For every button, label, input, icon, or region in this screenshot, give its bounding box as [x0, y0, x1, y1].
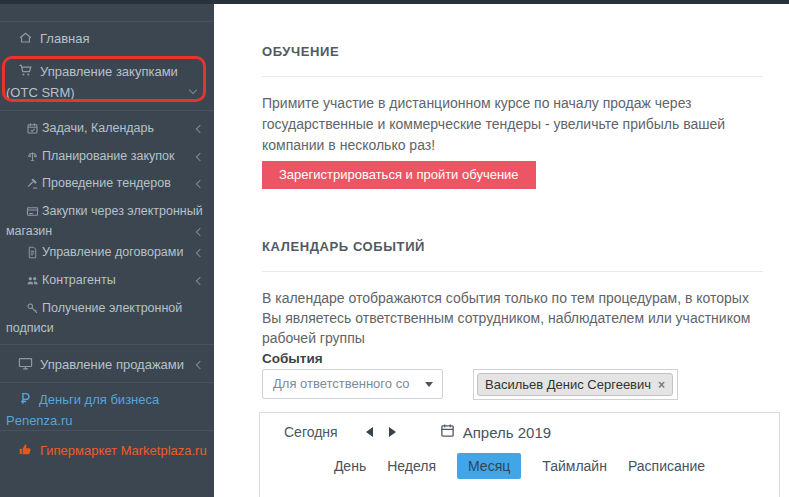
sidebar-item-eshop-purchases[interactable]: Закупки через электронный магазин [0, 203, 214, 240]
monitor-icon [18, 356, 33, 376]
divider [0, 382, 214, 383]
divider [0, 110, 214, 111]
document-icon [26, 246, 39, 264]
chevron-left-icon [196, 249, 204, 257]
tab-schedule[interactable]: Расписание [628, 453, 705, 479]
calendar-icon [440, 423, 455, 441]
key-icon [26, 302, 39, 320]
remove-tag-icon[interactable]: × [658, 379, 665, 391]
chevron-left-icon [196, 180, 204, 188]
tab-month[interactable]: Месяц [457, 453, 521, 479]
sidebar-item-label: Планирование закупок [42, 149, 175, 163]
chevron-left-icon [196, 153, 204, 161]
sidebar-item-procurement-management[interactable]: Управление закупками (OTC SRM) [0, 62, 214, 102]
training-description: Примите участие в дистанционном курсе по… [262, 93, 763, 156]
tab-timeline[interactable]: Таймлайн [542, 453, 607, 479]
sidebar-item-label: Главная [40, 31, 89, 46]
events-label: События [262, 351, 763, 366]
sidebar-item-sales-management[interactable]: Управление продажами [0, 355, 214, 376]
chevron-down-icon [425, 382, 433, 387]
previous-month-button[interactable] [366, 427, 373, 437]
sidebar: Главная Управление закупками (OTC SRM) З… [0, 0, 214, 497]
divider [262, 271, 763, 272]
calendar-filters: Для ответственного со Васильев Денис Сер… [262, 369, 763, 400]
chevron-down-icon [189, 85, 197, 93]
today-button[interactable]: Сегодня [284, 424, 338, 440]
chevron-left-icon [196, 228, 204, 236]
calendar-view-tabs: День Неделя Месяц Таймлайн Расписание [260, 453, 779, 479]
calendar-icon [26, 122, 39, 140]
register-training-button[interactable]: Зарегистрироваться и пройти обучение [262, 161, 536, 189]
calendar-toolbar: Сегодня Апрель 2019 [260, 413, 779, 441]
participant-tag: Васильев Денис Сергеевич× [477, 373, 673, 396]
card-icon [26, 205, 39, 223]
participant-tag-input[interactable]: Васильев Денис Сергеевич× [473, 369, 678, 400]
users-icon [26, 274, 39, 292]
sidebar-item-penenza-link[interactable]: Деньги для бизнеса Penenza.ru [0, 390, 214, 430]
calendar-description: В календаре отображаются события только … [262, 288, 763, 348]
cart-icon [18, 63, 33, 83]
divider [0, 430, 214, 431]
sidebar-item-label: Проведение тендеров [42, 176, 171, 190]
tab-day[interactable]: День [334, 453, 366, 479]
training-section-title: ОБУЧЕНИЕ [262, 4, 763, 59]
events-filter-value: Для ответственного со [273, 376, 410, 391]
sidebar-item-tenders[interactable]: Проведение тендеров [0, 175, 214, 195]
sidebar-item-home[interactable]: Главная [0, 29, 214, 50]
events-filter-select[interactable]: Для ответственного со [262, 369, 443, 399]
chevron-left-icon [196, 277, 204, 285]
main-content: ОБУЧЕНИЕ Примите участие в дистанционном… [262, 4, 763, 497]
participant-tag-label: Васильев Денис Сергеевич [485, 376, 651, 393]
tab-week[interactable]: Неделя [387, 453, 436, 479]
home-icon [18, 30, 33, 50]
top-bar [0, 0, 789, 4]
sidebar-item-digital-signature[interactable]: Получение электронной подписи [0, 300, 214, 337]
sidebar-item-contract-management[interactable]: Управление договорами [0, 244, 214, 264]
calendar-month-title: Апрель 2019 [463, 424, 551, 441]
chevron-left-icon [196, 125, 204, 133]
thumb-up-icon [18, 442, 33, 462]
gavel-icon [26, 177, 39, 195]
sidebar-item-label: Контрагенты [42, 273, 116, 287]
sidebar-item-procurement-planning[interactable]: Планирование закупок [0, 148, 214, 168]
sidebar-item-label: Управление договорами [42, 245, 183, 259]
next-month-button[interactable] [389, 427, 396, 437]
sidebar-item-marketplaza-link[interactable]: Гипермаркет Marketplaza.ru [0, 441, 214, 462]
divider [0, 344, 214, 345]
ruble-icon [17, 391, 32, 411]
divider [0, 21, 214, 22]
calendar-panel: Сегодня Апрель 2019 День Неделя Месяц Та… [259, 412, 780, 497]
sidebar-item-label: Гипермаркет Marketplaza.ru [40, 443, 207, 458]
app-window: Главная Управление закупками (OTC SRM) З… [0, 0, 789, 497]
chevron-left-icon [196, 360, 204, 368]
sidebar-item-label: Управление продажами [40, 357, 184, 372]
sidebar-item-counterparties[interactable]: Контрагенты [0, 272, 214, 292]
scales-icon [26, 150, 39, 168]
sidebar-item-tasks-calendar[interactable]: Задачи, Календарь [0, 120, 214, 140]
sidebar-item-label: Задачи, Календарь [42, 121, 154, 135]
calendar-section-title: КАЛЕНДАРЬ СОБЫТИЙ [262, 189, 763, 254]
divider [262, 76, 763, 77]
